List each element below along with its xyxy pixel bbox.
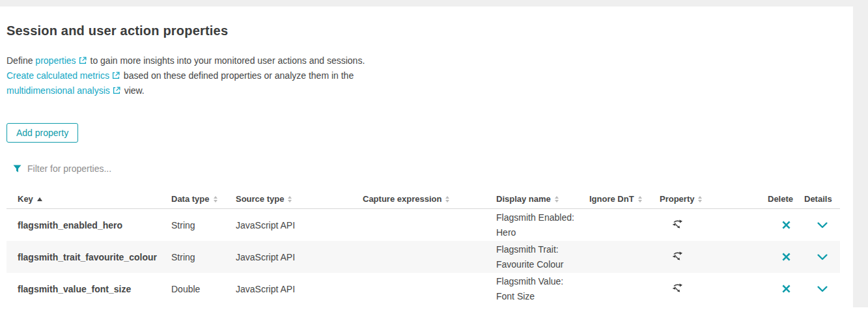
settings-panel: Session and user action properties Defin…	[0, 7, 853, 321]
property-data-type: Double	[171, 284, 236, 294]
column-header-label: Data type	[171, 194, 210, 204]
user-action-icon	[660, 250, 768, 264]
page-right-gutter	[853, 7, 868, 307]
property-key: flagsmith_enabled_hero	[7, 220, 171, 230]
external-link-icon	[113, 84, 120, 98]
display-name-line: Flagsmith Enabled:	[496, 210, 589, 225]
user-action-icon	[660, 282, 768, 296]
column-header-label: Key	[18, 194, 33, 204]
table-header-row: Key Data type Source type Capture expres…	[7, 189, 840, 209]
description-text: based on these defined properties or ana…	[121, 70, 354, 81]
sort-ascending-icon	[37, 197, 42, 201]
page-title: Session and user action properties	[7, 23, 853, 38]
column-header-property[interactable]: Property	[660, 194, 768, 204]
table-row: flagsmith_value_font_size Double JavaScr…	[7, 273, 840, 305]
column-header-display-name[interactable]: Display name	[496, 194, 589, 204]
chevron-down-icon[interactable]	[815, 251, 830, 263]
filter-funnel-icon	[13, 165, 21, 173]
add-property-button[interactable]: Add property	[7, 123, 78, 143]
description-line-3: multidimensional analysis view.	[7, 83, 853, 98]
table-row: flagsmith_trait_favourite_colour String …	[7, 241, 840, 273]
user-action-icon	[660, 218, 768, 232]
column-header-data-type[interactable]: Data type	[171, 194, 236, 204]
column-header-label: Capture expression	[363, 194, 441, 204]
property-source-type: JavaScript API	[236, 284, 363, 294]
delete-cell	[768, 217, 804, 232]
property-display-name: Flagsmith Enabled: Hero	[496, 210, 589, 240]
description-text: view.	[122, 85, 145, 96]
details-cell	[804, 219, 840, 231]
delete-cell	[768, 281, 804, 296]
column-header-ignore-dnt[interactable]: Ignore DnT	[589, 194, 660, 204]
property-source-type: JavaScript API	[236, 220, 363, 230]
column-header-label: Source type	[236, 194, 284, 204]
description-text: Define	[7, 55, 35, 66]
column-header-details: Details	[804, 194, 840, 204]
description-text: to gain more insights into your monitore…	[88, 55, 365, 66]
properties-table: Key Data type Source type Capture expres…	[7, 189, 840, 305]
column-header-label: Ignore DnT	[589, 194, 634, 204]
column-header-delete: Delete	[768, 194, 804, 204]
delete-cell	[768, 249, 804, 264]
chevron-down-icon[interactable]	[815, 219, 830, 231]
external-link-icon	[79, 54, 87, 68]
chevron-down-icon[interactable]	[815, 283, 830, 295]
property-source-type: JavaScript API	[236, 252, 363, 262]
page-top-gutter	[0, 0, 868, 7]
description-line-2: Create calculated metrics based on these…	[7, 68, 853, 83]
column-header-label: Details	[804, 194, 832, 204]
column-header-label: Property	[660, 194, 694, 204]
display-name-line: Font Size	[496, 289, 589, 304]
table-row: flagsmith_enabled_hero String JavaScript…	[7, 209, 840, 241]
display-name-line: Favourite Colour	[496, 257, 589, 272]
details-cell	[804, 251, 840, 263]
sort-icon	[638, 196, 642, 202]
filter-bar	[13, 161, 853, 176]
property-display-name: Flagsmith Value: Font Size	[496, 274, 589, 304]
close-x-icon[interactable]	[779, 281, 794, 296]
close-x-icon[interactable]	[779, 217, 794, 232]
properties-link[interactable]: properties	[35, 55, 76, 66]
multidimensional-analysis-link[interactable]: multidimensional analysis	[7, 85, 110, 96]
external-link-icon	[112, 69, 120, 83]
display-name-line: Flagsmith Value:	[496, 274, 589, 289]
filter-properties-input[interactable]	[27, 163, 236, 174]
property-display-name: Flagsmith Trait: Favourite Colour	[496, 242, 589, 272]
description-line-1: Define properties to gain more insights …	[7, 53, 853, 68]
property-key: flagsmith_trait_favourite_colour	[7, 252, 171, 262]
property-data-type: String	[171, 252, 236, 262]
description: Define properties to gain more insights …	[7, 53, 853, 98]
property-key: flagsmith_value_font_size	[7, 284, 171, 294]
table-body: flagsmith_enabled_hero String JavaScript…	[7, 209, 840, 305]
column-header-label: Delete	[768, 194, 793, 204]
column-header-label: Display name	[496, 194, 551, 204]
sort-icon	[445, 196, 449, 202]
sort-icon	[698, 196, 702, 202]
column-header-capture-expression[interactable]: Capture expression	[363, 194, 496, 204]
column-header-key[interactable]: Key	[7, 194, 171, 204]
sort-icon	[214, 196, 217, 202]
details-cell	[804, 283, 840, 295]
create-calculated-metrics-link[interactable]: Create calculated metrics	[7, 70, 109, 81]
close-x-icon[interactable]	[779, 249, 794, 264]
sort-icon	[555, 196, 559, 202]
display-name-line: Hero	[496, 225, 589, 240]
column-header-source-type[interactable]: Source type	[236, 194, 363, 204]
property-data-type: String	[171, 220, 236, 230]
display-name-line: Flagsmith Trait:	[496, 242, 589, 257]
sort-icon	[288, 196, 292, 202]
